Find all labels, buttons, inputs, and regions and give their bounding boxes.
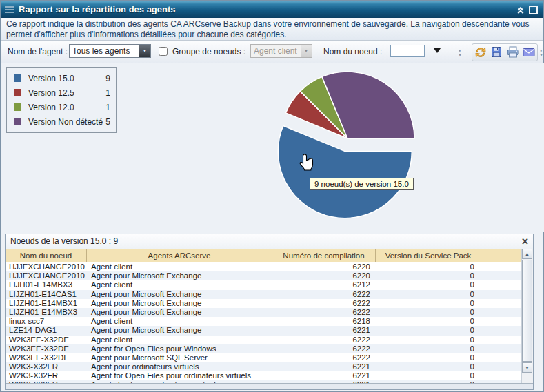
legend-count: 9 xyxy=(105,74,110,83)
cell-filler xyxy=(481,308,522,317)
cell-filler xyxy=(481,271,522,280)
restore-icon[interactable] xyxy=(529,6,538,14)
refresh-icon[interactable] xyxy=(474,45,487,59)
cell-sp: 0 xyxy=(376,336,481,344)
legend-count: 5 xyxy=(105,117,110,127)
table-row[interactable]: linux-scc7 Agent client 6218 0 xyxy=(6,317,522,326)
legend-label: Version 12.0 xyxy=(28,103,74,112)
node-group-select-value: Agent client xyxy=(254,46,297,56)
legend-item[interactable]: Version 12.5 1 xyxy=(12,85,110,100)
vertical-scrollbar[interactable]: ▲ ▼ xyxy=(521,249,533,386)
cell-sp: 0 xyxy=(376,308,481,317)
node-name-dropdown-icon[interactable] xyxy=(434,48,441,53)
column-header-build[interactable]: Numéro de compilation xyxy=(272,249,376,262)
table-row[interactable]: W2K3EE-X32DE Agent pour Microsoft SQL Se… xyxy=(6,353,522,362)
cell-sp: 0 xyxy=(376,299,481,308)
cell-filler xyxy=(481,299,522,308)
column-header-node[interactable]: Nom du noeud xyxy=(6,249,87,262)
table-row[interactable]: HJJEXCHANGE2010 Agent pour Microsoft Exc… xyxy=(6,271,522,280)
pie-slice-1[interactable] xyxy=(278,126,412,218)
cell-filler xyxy=(481,262,522,271)
chevron-down-icon[interactable]: ▼ xyxy=(139,45,150,57)
cell-build: 6222 xyxy=(272,353,376,362)
cell-node: W2K3EE-X32DE xyxy=(6,353,87,362)
print-icon[interactable] xyxy=(506,45,520,59)
cell-build: 6222 xyxy=(272,308,376,317)
table-row[interactable]: HJJEXCHANGE2010 Agent client 6220 0 xyxy=(6,262,522,271)
legend-swatch xyxy=(14,89,21,96)
cell-sp: 0 xyxy=(376,353,481,362)
cell-build: 6221 xyxy=(272,362,376,371)
table-row[interactable]: LIJZH01-E14MBX1 Agent pour Microsoft Exc… xyxy=(6,299,522,308)
cell-agent: Agent pour Microsoft Exchange xyxy=(87,326,272,335)
legend-count: 1 xyxy=(105,103,110,112)
cell-filler xyxy=(481,371,522,380)
close-icon[interactable]: ✕ xyxy=(521,236,529,247)
cell-build: 6221 xyxy=(272,326,376,335)
list-icon xyxy=(5,5,14,14)
cell-build: 6222 xyxy=(272,344,376,353)
cell-node: W2K3EE-X32DE xyxy=(6,344,87,353)
table-row[interactable]: W2K3-X32FR Agent for Open Files pour ord… xyxy=(6,371,522,380)
cell-sp: 0 xyxy=(376,317,481,326)
cell-agent: Agent pour Microsoft Exchange xyxy=(87,271,272,280)
legend-swatch xyxy=(14,74,21,82)
cell-node: HJJEXCHANGE2010 xyxy=(6,271,87,280)
agent-select[interactable]: Tous les agents ▼ xyxy=(69,44,151,58)
node-group-checkbox[interactable] xyxy=(159,47,168,56)
nodes-panel: Noeuds de la version 15.0 : 9 ✕ Nom du n… xyxy=(5,234,534,390)
cell-filler xyxy=(481,344,522,353)
table-row[interactable]: LIJZH01-E14CAS1 Agent pour Microsoft Exc… xyxy=(6,290,522,299)
cell-agent: Agent for Open Files pour ordinateurs vi… xyxy=(87,371,272,380)
legend-item[interactable]: Version Non détecté 5 xyxy=(12,114,110,129)
legend-item[interactable]: Version 12.0 1 xyxy=(12,100,110,114)
cell-agent: Agent client xyxy=(87,262,272,271)
report-actions-group xyxy=(472,43,538,61)
cell-node: LIJZH01-E14CAS1 xyxy=(6,290,87,299)
email-icon[interactable] xyxy=(522,45,536,59)
report-description: Ce rapport indique la distribution des a… xyxy=(1,18,543,41)
column-header-agent[interactable]: Agents ARCserve xyxy=(87,249,272,262)
table-row[interactable]: W2K3-X32FR Agent pour ordinateurs virtue… xyxy=(6,362,522,371)
node-name-input[interactable] xyxy=(390,45,425,57)
cell-agent: Agent pour Microsoft Exchange xyxy=(87,290,272,299)
cell-node: W2K3-X32FR xyxy=(6,371,87,380)
toolbar-overflow-icon[interactable]: ▪▾ xyxy=(456,49,463,57)
cell-agent: Agent client xyxy=(87,317,272,326)
cell-build: 6212 xyxy=(272,280,376,289)
table-row[interactable]: W2K3EE-X32DE Agent for Open Files pour W… xyxy=(6,344,522,353)
legend-swatch xyxy=(14,118,21,125)
toolbar-overflow-icon[interactable]: ▪▾ xyxy=(538,49,544,57)
save-icon[interactable] xyxy=(490,45,503,59)
legend-swatch xyxy=(14,103,21,111)
pie-tooltip: 9 noeud(s) de version 15.0 xyxy=(310,178,414,190)
cell-sp: 0 xyxy=(376,271,481,280)
scrollbar-thumb[interactable] xyxy=(522,260,532,362)
table-header: Nom du noeud Agents ARCserve Numéro de c… xyxy=(6,249,522,262)
legend-label: Version Non détecté xyxy=(28,117,103,127)
cell-agent: Agent pour Microsoft Exchange xyxy=(87,299,272,308)
cell-agent: Agent client xyxy=(87,280,272,289)
table-row[interactable]: LIJZH01-E14MBX3 Agent pour Microsoft Exc… xyxy=(6,308,522,317)
node-group-select: Agent client ▼ xyxy=(250,44,312,58)
agent-select-value: Tous les agents xyxy=(72,46,130,56)
legend-item[interactable]: Version 15.0 9 xyxy=(12,71,110,85)
cell-filler xyxy=(481,290,522,299)
column-header-sp[interactable]: Version du Service Pack xyxy=(376,249,481,262)
panel-bottom-strip xyxy=(6,383,533,389)
cell-agent: Agent client xyxy=(87,336,272,344)
node-name-label: Nom du noeud : xyxy=(323,47,382,56)
table-row[interactable]: LZE14-DAG1 Agent pour Microsoft Exchange… xyxy=(6,326,522,335)
cell-node: HJJEXCHANGE2010 xyxy=(6,262,87,271)
table-row[interactable]: LIJH01-E14MBX3 Agent client 6212 0 xyxy=(6,280,522,289)
titlebar: Rapport sur la répartition des agents xyxy=(1,1,543,18)
scroll-down-icon[interactable]: ▼ xyxy=(522,362,532,373)
chevron-down-icon: ▼ xyxy=(301,45,312,57)
scroll-up-icon[interactable]: ▲ xyxy=(522,249,532,259)
collapse-icon[interactable] xyxy=(516,5,525,14)
cell-agent: Agent pour Microsoft Exchange xyxy=(87,308,272,317)
pie-chart-area: Version 15.0 9 Version 12.5 1 Version 12… xyxy=(1,63,544,232)
cell-sp: 0 xyxy=(376,280,481,289)
table-row[interactable]: W2K3EE-X32DE Agent client 6222 0 xyxy=(6,336,522,344)
page-title: Rapport sur la répartition des agents xyxy=(19,4,176,14)
